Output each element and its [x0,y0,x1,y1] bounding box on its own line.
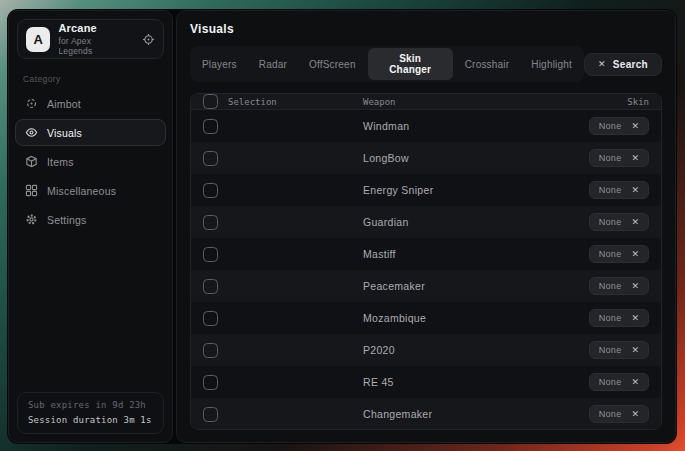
remove-skin-icon[interactable]: ✕ [631,154,639,163]
skin-column-header: Skin [627,97,649,107]
skin-value: None [599,345,622,355]
tab[interactable]: Radar [249,48,297,80]
row-checkbox[interactable] [203,183,218,198]
row-checkbox[interactable] [203,311,218,326]
sidebar-item-label: Items [47,156,74,168]
weapon-name: Mozambique [363,312,589,324]
table-row: RE 45 None ✕ [191,366,661,398]
row-checkbox[interactable] [203,119,218,134]
crosshair-icon [24,97,38,110]
remove-skin-icon[interactable]: ✕ [631,314,639,323]
select-all-checkbox[interactable] [203,94,218,109]
skin-value: None [599,249,622,259]
sidebar-item-miscellaneous[interactable]: Miscellaneous [15,177,166,204]
page-title: Visuals [190,22,662,36]
skin-value: None [599,377,622,387]
skin-table: Selection Weapon Skin Windman None [190,93,662,430]
row-checkbox[interactable] [203,407,218,422]
weapon-name: Mastiff [363,248,589,260]
desktop-backdrop: A Arcane for Apex Legends Category [0,0,685,451]
skin-value: None [599,409,622,419]
skin-selector-badge[interactable]: None ✕ [589,341,649,359]
tab[interactable]: Highlight [521,48,582,80]
table-row: Mastiff None ✕ [191,238,661,270]
sidebar-item-aimbot[interactable]: Aimbot [15,90,166,117]
weapon-name: P2020 [363,344,589,356]
row-checkbox[interactable] [203,151,218,166]
skin-value: None [599,217,622,227]
category-label: Category [23,74,158,84]
tab[interactable]: Crosshair [455,48,520,80]
table-row: Energy Sniper None ✕ [191,174,661,206]
tab-group: Players Radar OffScreen Skin Changer Cro… [190,46,584,82]
skin-selector-badge[interactable]: None ✕ [589,373,649,391]
tab[interactable]: Skin Changer [368,48,453,80]
search-button-label: Search [613,59,648,70]
weapon-name: Energy Sniper [363,184,589,196]
skin-selector-badge[interactable]: None ✕ [589,309,649,327]
remove-skin-icon[interactable]: ✕ [631,250,639,259]
sidebar-item-items[interactable]: Items [15,148,166,175]
remove-skin-icon[interactable]: ✕ [631,378,639,387]
sidebar-item-label: Settings [47,214,87,226]
skin-value: None [599,153,622,163]
remove-skin-icon[interactable]: ✕ [631,122,639,131]
sub-expiry-text: Sub expires in 9d 23h [28,400,153,410]
table-row: Windman None ✕ [191,110,661,142]
row-checkbox[interactable] [203,215,218,230]
weapon-name: Windman [363,120,589,132]
table-row: Peacemaker None ✕ [191,270,661,302]
skin-selector-badge[interactable]: None ✕ [589,181,649,199]
row-checkbox[interactable] [203,247,218,262]
app-name: Arcane [58,22,126,34]
tab[interactable]: OffScreen [299,48,366,80]
table-body: Windman None ✕ Long [191,110,661,430]
gear-icon [24,213,38,226]
subscription-info-box: Sub expires in 9d 23h Session duration 3… [17,392,164,434]
search-button[interactable]: ✕ Search [584,53,662,76]
skin-selector-badge[interactable]: None ✕ [589,245,649,263]
skin-value: None [599,281,622,291]
row-checkbox[interactable] [203,279,218,294]
row-checkbox[interactable] [203,343,218,358]
skin-selector-badge[interactable]: None ✕ [589,405,649,423]
skin-selector-badge[interactable]: None ✕ [589,117,649,135]
table-row: Mozambique None ✕ [191,302,661,334]
remove-skin-icon[interactable]: ✕ [631,218,639,227]
remove-skin-icon[interactable]: ✕ [631,410,639,419]
table-header: Selection Weapon Skin [191,94,661,110]
skin-selector-badge[interactable]: None ✕ [589,149,649,167]
skin-value: None [599,185,622,195]
skin-selector-badge[interactable]: None ✕ [589,277,649,295]
skin-selector-badge[interactable]: None ✕ [589,213,649,231]
box-icon [24,155,38,168]
grid-icon [24,184,38,197]
remove-skin-icon[interactable]: ✕ [631,282,639,291]
app-subtitle: for Apex Legends [58,36,126,56]
app-logo: A [26,27,50,52]
table-row: Guardian None ✕ [191,206,661,238]
sidebar: A Arcane for Apex Legends Category [8,10,173,443]
app-header-card: A Arcane for Apex Legends [17,19,164,59]
table-row: Changemaker None ✕ [191,398,661,430]
weapon-name: Peacemaker [363,280,589,292]
tab[interactable]: Players [192,48,247,80]
sidebar-item-visuals[interactable]: Visuals [15,119,166,146]
remove-skin-icon[interactable]: ✕ [631,186,639,195]
skin-value: None [599,121,622,131]
skin-value: None [599,313,622,323]
table-row: LongBow None ✕ [191,142,661,174]
table-row: P2020 None ✕ [191,334,661,366]
search-icon: ✕ [598,59,606,69]
eye-icon [24,126,38,139]
main-panel: Visuals Players Radar OffScreen Skin Cha… [176,10,676,443]
weapon-name: Guardian [363,216,589,228]
target-icon[interactable] [142,33,155,46]
row-checkbox[interactable] [203,375,218,390]
sidebar-item-settings[interactable]: Settings [15,206,166,233]
remove-skin-icon[interactable]: ✕ [631,346,639,355]
sidebar-item-label: Aimbot [47,98,81,110]
selection-column-header: Selection [218,97,363,107]
session-duration-text: Session duration 3m 1s [28,415,153,425]
weapon-name: RE 45 [363,376,589,388]
